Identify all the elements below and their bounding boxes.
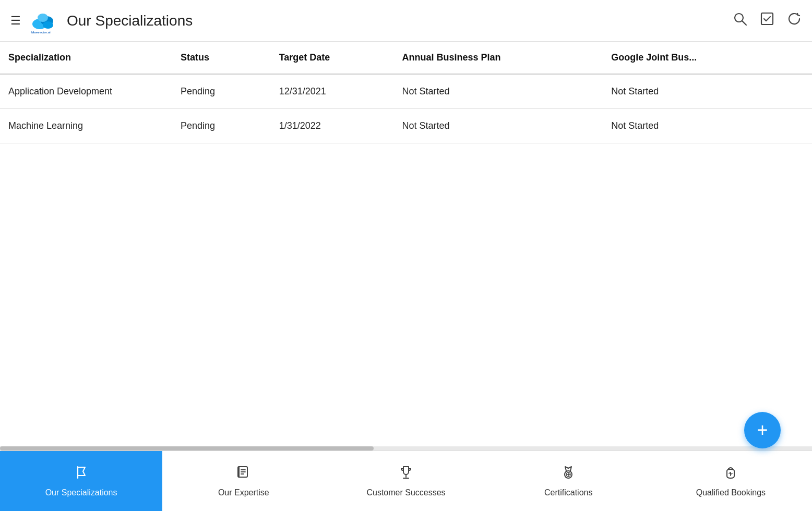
nav-label-our-expertise: Our Expertise xyxy=(218,488,269,497)
nav-label-customer-successes: Customer Successes xyxy=(366,488,445,497)
scrollbar-thumb[interactable] xyxy=(0,446,374,451)
moneybag-icon xyxy=(723,465,738,484)
horizontal-scrollbar[interactable] xyxy=(0,446,812,451)
table-row[interactable]: Application DevelopmentPending12/31/2021… xyxy=(0,74,812,109)
cell-status: Pending xyxy=(172,109,271,143)
logo-icon: bluevector.ai xyxy=(29,6,58,35)
nav-label-qualified-bookings: Qualified Bookings xyxy=(696,488,766,497)
svg-line-6 xyxy=(743,21,747,26)
cell-status: Pending xyxy=(172,74,271,109)
refresh-icon[interactable] xyxy=(787,11,802,30)
search-icon[interactable] xyxy=(733,11,747,30)
svg-point-3 xyxy=(43,21,53,29)
cell-google_joint_bus: Not Started xyxy=(603,74,812,109)
col-header-annual-business-plan: Annual Business Plan xyxy=(393,42,603,74)
trophy-icon xyxy=(398,465,414,484)
checkbox-icon[interactable] xyxy=(760,11,774,30)
col-header-target-date: Target Date xyxy=(271,42,394,74)
cell-target_date: 1/31/2022 xyxy=(271,109,394,143)
col-header-specialization: Specialization xyxy=(0,42,172,74)
specializations-table: Specialization Status Target Date Annual… xyxy=(0,42,812,143)
cell-target_date: 12/31/2021 xyxy=(271,74,394,109)
svg-text:bluevector.ai: bluevector.ai xyxy=(31,31,51,34)
cell-specialization: Machine Learning xyxy=(0,109,172,143)
add-button[interactable]: + xyxy=(744,412,781,448)
cell-specialization: Application Development xyxy=(0,74,172,109)
table-container: Specialization Status Target Date Annual… xyxy=(0,42,812,143)
header-icons xyxy=(733,11,802,30)
main-content: Specialization Status Target Date Annual… xyxy=(0,42,812,446)
nav-item-our-expertise[interactable]: Our Expertise xyxy=(162,451,325,511)
medal-icon xyxy=(560,465,576,484)
svg-point-2 xyxy=(38,14,48,22)
cell-google_joint_bus: Not Started xyxy=(603,109,812,143)
logo-container: bluevector.ai xyxy=(29,6,58,35)
app-title: Our Specializations xyxy=(67,13,193,29)
nav-item-our-specializations[interactable]: Our Specializations xyxy=(0,451,162,511)
flag-icon xyxy=(74,465,89,484)
table-header-row: Specialization Status Target Date Annual… xyxy=(0,42,812,74)
col-header-status: Status xyxy=(172,42,271,74)
table-row[interactable]: Machine LearningPending1/31/2022Not Star… xyxy=(0,109,812,143)
book-icon xyxy=(236,465,252,484)
nav-item-certifications[interactable]: Certifications xyxy=(487,451,650,511)
header-left: ☰ bluevector.ai Our Specializations xyxy=(10,6,733,35)
svg-rect-7 xyxy=(761,13,773,25)
cell-annual_business_plan: Not Started xyxy=(393,109,603,143)
nav-item-qualified-bookings[interactable]: Qualified Bookings xyxy=(650,451,812,511)
cell-annual_business_plan: Not Started xyxy=(393,74,603,109)
col-header-google-joint-bus: Google Joint Bus... xyxy=(603,42,812,74)
svg-point-5 xyxy=(735,14,743,22)
plus-icon: + xyxy=(757,421,768,440)
bottom-nav: Our Specializations Our Expertise xyxy=(0,451,812,511)
header: ☰ bluevector.ai Our Specializations xyxy=(0,0,812,42)
nav-label-our-specializations: Our Specializations xyxy=(45,488,117,497)
hamburger-icon[interactable]: ☰ xyxy=(10,15,21,27)
nav-label-certifications: Certifications xyxy=(544,488,592,497)
nav-item-customer-successes[interactable]: Customer Successes xyxy=(325,451,487,511)
